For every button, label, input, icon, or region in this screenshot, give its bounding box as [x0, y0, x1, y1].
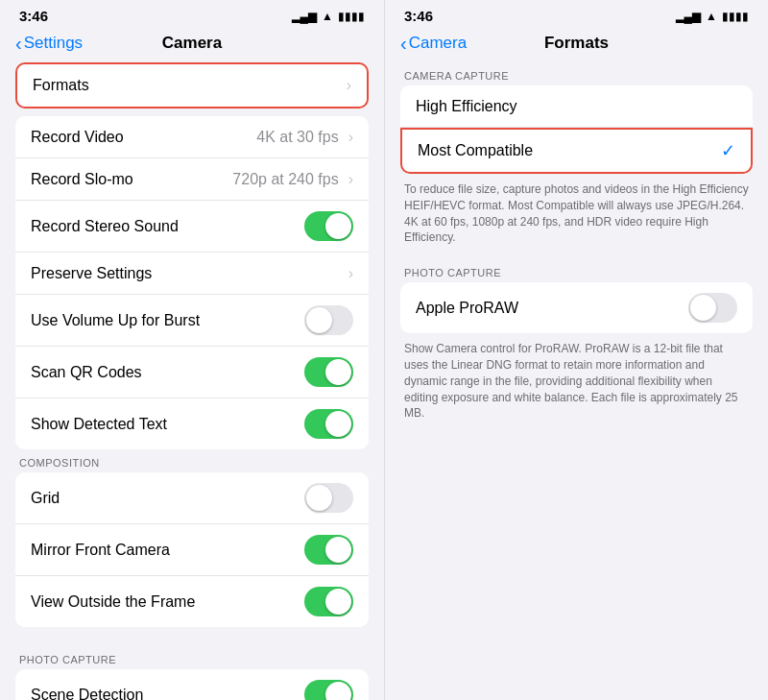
camera-capture-header: CAMERA CAPTURE: [400, 62, 753, 85]
preserve-chevron-icon: ›: [348, 265, 353, 282]
toggle-knob-4: [325, 411, 351, 437]
most-compatible-item[interactable]: Most Compatible ✓: [402, 130, 751, 172]
grid-label: Grid: [31, 490, 60, 507]
battery-icon: ▮▮▮▮: [338, 10, 365, 23]
left-panel: 3:46 ▂▄▆ ▲ ▮▮▮▮ ‹ Settings Camera Format…: [0, 0, 384, 700]
scan-qr-toggle[interactable]: [304, 357, 353, 387]
high-efficiency-label: High Efficiency: [416, 98, 517, 115]
status-bar-left: 3:46 ▂▄▆ ▲ ▮▮▮▮: [0, 0, 384, 28]
wifi-icon-right: ▲: [706, 10, 717, 23]
battery-icon-right: ▮▮▮▮: [722, 10, 749, 23]
formats-item[interactable]: Formats ›: [17, 64, 367, 107]
volume-burst-label: Use Volume Up for Burst: [31, 312, 200, 329]
mirror-front-item: Mirror Front Camera: [15, 524, 369, 576]
toggle-knob-2: [306, 307, 332, 333]
scene-detection-toggle[interactable]: [304, 680, 353, 700]
nav-title-left: Camera: [162, 34, 222, 53]
status-time-left: 3:46: [19, 8, 48, 24]
view-outside-toggle[interactable]: [304, 587, 353, 616]
toggle-knob-6: [325, 537, 351, 563]
record-slomo-chevron-icon: ›: [348, 171, 353, 188]
record-stereo-item: Record Stereo Sound: [15, 201, 369, 253]
record-video-chevron-icon: ›: [348, 129, 353, 146]
formats-settings-list: CAMERA CAPTURE High Efficiency Most Comp…: [385, 62, 768, 700]
back-to-settings[interactable]: ‹ Settings: [15, 34, 83, 53]
record-slomo-label: Record Slo-mo: [31, 171, 133, 188]
grid-toggle[interactable]: [304, 483, 353, 513]
photo-capture-section-right: PHOTO CAPTURE Apple ProRAW Show Camera c…: [400, 259, 753, 435]
toggle-knob-7: [325, 589, 351, 615]
record-stereo-label: Record Stereo Sound: [31, 218, 179, 235]
formats-chevron-icon: ›: [347, 77, 351, 94]
record-slomo-value: 720p at 240 fps: [232, 171, 338, 188]
status-icons-left: ▂▄▆ ▲ ▮▮▮▮: [292, 10, 365, 23]
back-label-right: Camera: [409, 34, 467, 53]
camera-capture-card: High Efficiency Most Compatible ✓: [400, 85, 753, 174]
record-video-item[interactable]: Record Video 4K at 30 fps ›: [15, 116, 369, 158]
formats-card: Formats ›: [15, 62, 369, 109]
photo-capture-header-left: PHOTO CAPTURE: [15, 646, 369, 669]
back-chevron-icon: ‹: [15, 34, 22, 53]
back-label-left: Settings: [24, 34, 83, 53]
composition-card: Grid Mirror Front Camera: [15, 472, 369, 627]
record-video-label: Record Video: [31, 129, 124, 146]
show-text-label: Show Detected Text: [31, 416, 167, 433]
status-icons-right: ▂▄▆ ▲ ▮▮▮▮: [676, 10, 749, 23]
back-to-camera[interactable]: ‹ Camera: [400, 34, 467, 53]
toggle-knob-3: [325, 359, 351, 385]
apple-proraw-label: Apple ProRAW: [416, 300, 518, 317]
camera-capture-section: CAMERA CAPTURE High Efficiency Most Comp…: [400, 62, 753, 259]
composition-header: COMPOSITION: [15, 449, 369, 472]
photo-capture-header-right: PHOTO CAPTURE: [400, 259, 753, 282]
formats-label: Formats: [33, 77, 89, 94]
nav-bar-right: ‹ Camera Formats: [385, 28, 768, 62]
show-text-toggle[interactable]: [304, 409, 353, 439]
record-stereo-toggle[interactable]: [304, 211, 353, 241]
most-compatible-wrapper: Most Compatible ✓: [400, 128, 753, 174]
checkmark-icon: ✓: [721, 140, 735, 161]
grid-item: Grid: [15, 472, 369, 524]
toggle-knob-5: [306, 485, 332, 511]
preserve-settings-item[interactable]: Preserve Settings ›: [15, 253, 369, 295]
status-bar-right: 3:46 ▂▄▆ ▲ ▮▮▮▮: [385, 0, 768, 28]
view-outside-item: View Outside the Frame: [15, 576, 369, 627]
photo-capture-card-left: Scene Detection: [15, 669, 369, 700]
record-video-value: 4K at 30 fps: [256, 129, 338, 146]
view-outside-label: View Outside the Frame: [31, 593, 195, 611]
apple-proraw-item: Apple ProRAW: [400, 282, 753, 333]
toggle-knob-8: [325, 682, 351, 700]
most-compatible-label: Most Compatible: [418, 142, 533, 159]
nav-bar-left: ‹ Settings Camera: [0, 28, 384, 62]
photo-capture-desc: Show Camera control for ProRAW. ProRAW i…: [400, 333, 753, 435]
apple-proraw-toggle[interactable]: [688, 293, 737, 323]
preserve-settings-label: Preserve Settings: [31, 265, 152, 282]
mirror-front-label: Mirror Front Camera: [31, 542, 170, 559]
show-text-item: Show Detected Text: [15, 398, 369, 449]
status-time-right: 3:46: [404, 8, 433, 24]
right-panel: 3:46 ▂▄▆ ▲ ▮▮▮▮ ‹ Camera Formats CAMERA …: [384, 0, 768, 700]
signal-icon: ▂▄▆: [292, 10, 318, 23]
camera-capture-desc: To reduce file size, capture photos and …: [400, 174, 753, 259]
apple-proraw-card: Apple ProRAW: [400, 282, 753, 333]
composition-section: COMPOSITION Grid Mirror Fr: [15, 449, 369, 627]
toggle-knob: [325, 213, 351, 239]
high-efficiency-item[interactable]: High Efficiency: [400, 85, 753, 128]
volume-burst-toggle[interactable]: [304, 305, 353, 335]
toggle-knob-proraw: [690, 295, 716, 321]
scene-detection-item: Scene Detection: [15, 669, 369, 700]
wifi-icon: ▲: [322, 10, 333, 23]
mirror-front-toggle[interactable]: [304, 535, 353, 565]
scan-qr-label: Scan QR Codes: [31, 364, 142, 381]
nav-title-right: Formats: [544, 34, 609, 53]
photo-capture-section-left: PHOTO CAPTURE Scene Detection Automatica…: [15, 646, 369, 700]
scan-qr-item: Scan QR Codes: [15, 347, 369, 398]
signal-icon-right: ▂▄▆: [676, 10, 702, 23]
back-chevron-icon-right: ‹: [400, 34, 407, 53]
settings-list-left: Formats › Record Video 4K at 30 fps ›: [0, 62, 384, 700]
volume-burst-item: Use Volume Up for Burst: [15, 295, 369, 347]
record-slomo-item[interactable]: Record Slo-mo 720p at 240 fps ›: [15, 158, 369, 201]
scene-detection-label: Scene Detection: [31, 687, 143, 701]
main-settings-card: Record Video 4K at 30 fps › Record Slo-m…: [15, 116, 369, 449]
